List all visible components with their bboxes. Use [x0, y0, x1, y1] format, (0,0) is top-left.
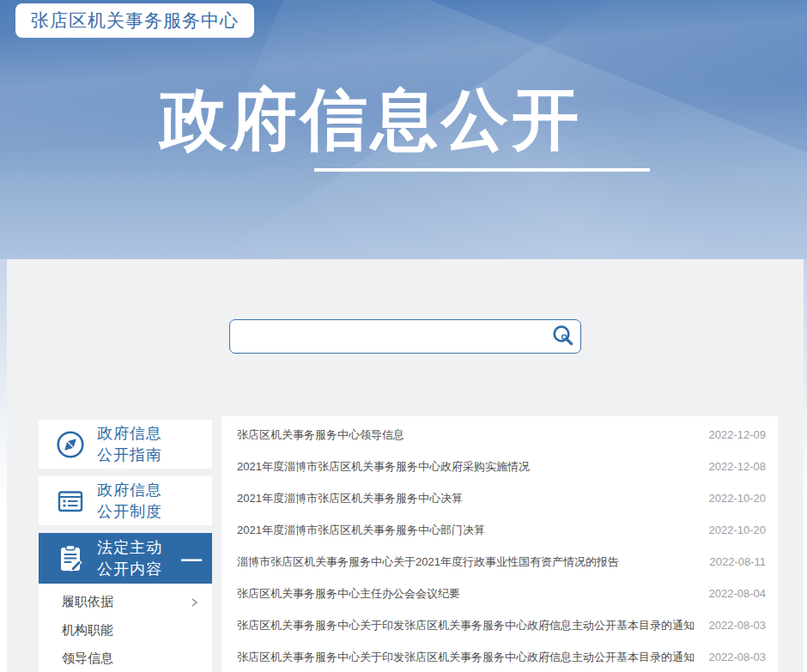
article-title: 张店区机关事务服务中心关于印发张店区机关事务服务中心政府信息主动公开基本目录的通… — [237, 650, 701, 665]
article-row[interactable]: 张店区机关事务服务中心关于印发张店区机关事务服务中心政府信息主动公开基本目录的通… — [221, 609, 778, 641]
sidebar-item-open-rules[interactable]: 政府信息 公开制度 — [39, 476, 212, 525]
article-date: 2022-10-20 — [709, 492, 767, 505]
article-title: 淄博市张店区机关事务服务中心关于2021年度行政事业性国有资产情况的报告 — [237, 554, 701, 570]
search-icon — [550, 324, 576, 349]
hero-banner: 张店区机关事务服务中心 政府信息公开 — [0, 0, 807, 259]
page-title: 政府信息公开 — [160, 84, 640, 155]
article-row[interactable]: 淄博市张店区机关事务服务中心关于2021年度行政事业性国有资产情况的报告 202… — [221, 546, 778, 578]
sidebar-item-label: 政府信息 公开制度 — [97, 480, 162, 523]
clipboard-pen-icon — [55, 543, 86, 574]
sidebar-subitem-duty-basis[interactable]: 履职依据 — [39, 588, 212, 616]
article-title: 2021年度淄博市张店区机关事务服务中心决算 — [237, 491, 701, 506]
article-row[interactable]: 2021年度淄博市张店区机关事务服务中心决算 2022-10-20 — [221, 482, 778, 514]
sidebar-submenu: 履职依据 机构职能 领导信息 — [39, 584, 212, 672]
sidebar-subitem-org-functions[interactable]: 机构职能 — [39, 616, 212, 645]
article-title: 2021年度淄博市张店区机关事务服务中心政府采购实施情况 — [237, 459, 701, 475]
sidebar-item-statutory-disclosure[interactable]: 法定主动 公开内容 — — [39, 533, 212, 584]
sidebar-item-label: 法定主动 公开内容 — [97, 537, 162, 580]
search-input[interactable] — [230, 320, 546, 353]
subitem-label: 领导信息 — [62, 651, 113, 667]
subitem-label: 机构职能 — [62, 622, 113, 639]
article-date: 2022-12-09 — [709, 428, 767, 441]
title-underline — [314, 168, 650, 172]
page: 张店区机关事务服务中心 政府信息公开 — [0, 0, 807, 672]
article-title: 张店区机关事务服务中心关于印发张店区机关事务服务中心政府信息主动公开基本目录的通… — [237, 618, 701, 633]
article-row[interactable]: 张店区机关事务服务中心主任办公会会议纪要 2022-08-04 — [221, 578, 778, 609]
sidebar-subitem-leader-info[interactable]: 领导信息 — [39, 645, 212, 672]
search-button[interactable] — [546, 320, 580, 353]
article-date: 2022-08-03 — [709, 619, 767, 632]
sidebar: 政府信息 公开指南 政府信息 公开制度 — [39, 420, 212, 672]
site-name-label: 张店区机关事务服务中心 — [31, 9, 239, 33]
collapse-minus-icon[interactable]: — — [181, 548, 202, 569]
article-date: 2022-08-11 — [709, 555, 766, 568]
article-title: 张店区机关事务服务中心主任办公会会议纪要 — [237, 586, 701, 602]
article-row[interactable]: 张店区机关事务服务中心领导信息 2022-12-09 — [221, 419, 778, 451]
article-date: 2022-08-04 — [709, 587, 767, 600]
compass-icon — [55, 429, 86, 460]
article-title: 2021年度淄博市张店区机关事务服务中心部门决算 — [237, 523, 701, 538]
sidebar-item-open-guide[interactable]: 政府信息 公开指南 — [39, 420, 212, 469]
article-row[interactable]: 2021年度淄博市张店区机关事务服务中心政府采购实施情况 2022-12-08 — [221, 451, 778, 482]
main-panel: 政府信息 公开指南 政府信息 公开制度 — [7, 259, 804, 672]
article-date: 2022-12-08 — [709, 460, 767, 473]
article-date: 2022-08-03 — [709, 651, 767, 663]
article-list: 张店区机关事务服务中心领导信息 2022-12-09 2021年度淄博市张店区机… — [221, 416, 778, 672]
chevron-right-icon — [188, 596, 200, 608]
site-name-badge[interactable]: 张店区机关事务服务中心 — [15, 3, 254, 38]
subitem-label: 履职依据 — [62, 594, 113, 610]
article-row[interactable]: 2021年度淄博市张店区机关事务服务中心部门决算 2022-10-20 — [221, 514, 778, 546]
document-list-icon — [55, 486, 86, 517]
article-title: 张店区机关事务服务中心领导信息 — [237, 427, 701, 443]
article-row[interactable]: 张店区机关事务服务中心关于印发张店区机关事务服务中心政府信息主动公开基本目录的通… — [221, 641, 778, 672]
article-date: 2022-10-20 — [709, 524, 767, 536]
sidebar-item-label: 政府信息 公开指南 — [97, 423, 162, 466]
search-bar — [229, 319, 581, 354]
